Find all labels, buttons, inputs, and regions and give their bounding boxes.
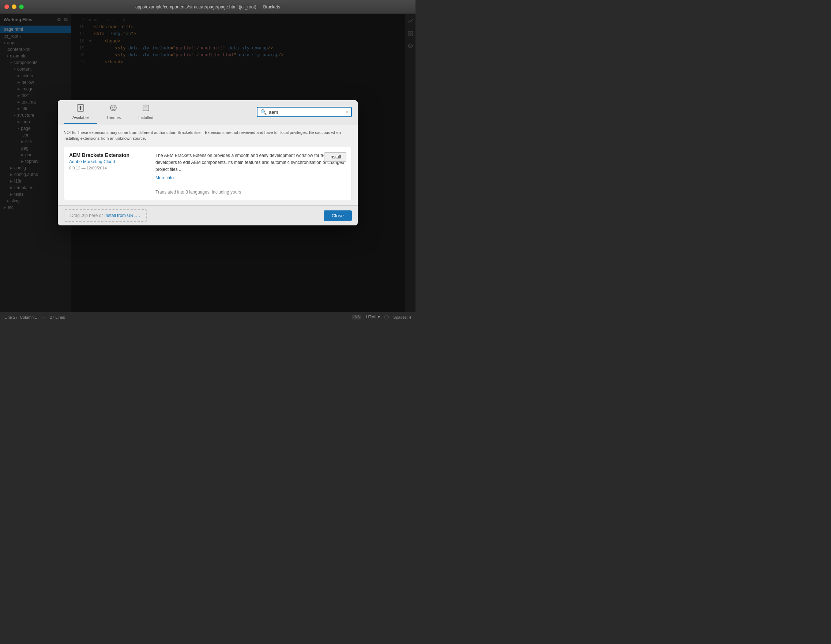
translation-info: Translated into 3 languages, including y… [156,185,346,194]
svg-point-9 [112,107,113,108]
maximize-button[interactable] [19,5,24,9]
title-bar: apps/example/components/structure/page/p… [0,0,416,14]
tab-available[interactable]: Available [64,100,97,124]
extension-details: Install The AEM Brackets Extension provi… [156,152,346,195]
search-clear-button[interactable]: × [345,109,348,115]
modal-footer: Drag .zip here or Install from URL… Clos… [58,205,358,225]
themes-icon [109,104,118,114]
tab-available-label: Available [72,115,89,120]
extension-description: The AEM Brackets Extension provides a sm… [156,152,346,174]
close-button[interactable]: Close [324,210,352,221]
svg-point-10 [114,107,115,108]
traffic-lights [5,5,24,9]
tab-installed-label: Installed [138,115,153,120]
install-from-url-link[interactable]: Install from URL… [104,213,140,218]
spaces-label: Spaces: 4 [393,315,411,319]
extension-version: 0.0.12 — 12/09/2014 [69,166,150,170]
svg-point-8 [110,105,116,111]
modal-body: NOTE: These extensions may come from dif… [58,124,358,206]
drop-zone[interactable]: Drag .zip here or Install from URL… [64,209,146,222]
lines-count: 27 Lines [50,315,65,319]
extension-info: AEM Brackets Extension Adobe Marketing C… [69,152,150,195]
search-icon: 🔍 [260,109,267,115]
search-input[interactable] [269,109,343,115]
status-right: INS HTML ▾ Spaces: 4 [352,315,411,319]
window-title: apps/example/components/structure/page/p… [135,5,280,10]
language-select[interactable]: HTML ▾ [366,315,380,319]
extension-name: AEM Brackets Extension [69,152,150,158]
drop-text: Drag .zip here or [70,213,103,218]
available-icon [76,104,84,114]
tab-installed[interactable]: Installed [129,100,162,124]
extension-card: AEM Brackets Extension Adobe Marketing C… [64,147,352,201]
search-box: 🔍 × [257,107,352,117]
modal-notice: NOTE: These extensions may come from dif… [64,129,352,142]
tab-themes-label: Themes [106,115,121,120]
status-bar: Line 27, Column 1 — 27 Lines INS HTML ▾ … [0,312,416,322]
modal-overlay: Available Themes [0,14,416,312]
cursor-position: Line 27, Column 1 [5,315,37,319]
minimize-button[interactable] [12,5,16,9]
tab-themes[interactable]: Themes [97,100,129,124]
ins-badge: INS [352,315,362,319]
installed-icon [142,104,150,114]
modal-header: Available Themes [58,100,358,124]
more-info-link[interactable]: More info… [156,175,346,180]
extension-manager-modal: Available Themes [58,100,358,226]
separator: — [41,315,45,319]
modal-search: 🔍 × [257,107,352,117]
close-button[interactable] [5,5,9,9]
status-circle [384,315,389,319]
modal-tabs: Available Themes [64,100,162,124]
extension-author[interactable]: Adobe Marketing Cloud [69,159,150,164]
install-button[interactable]: Install [324,152,346,162]
